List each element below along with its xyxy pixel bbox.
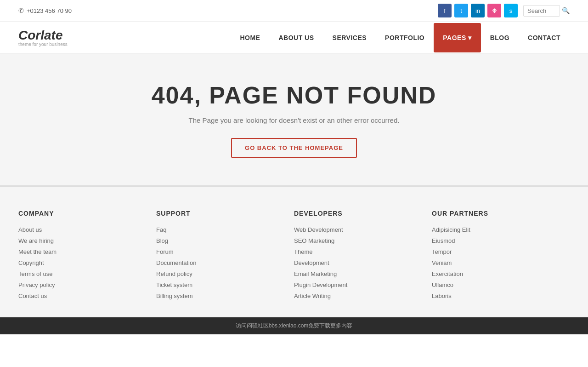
logo-text: Corlate: [18, 28, 68, 43]
footer-link[interactable]: Copyright: [18, 259, 147, 266]
footer-link[interactable]: Email Marketing: [294, 270, 423, 277]
footer-link[interactable]: Theme: [294, 248, 423, 255]
footer-link[interactable]: Documentation: [156, 259, 285, 266]
footer-link[interactable]: Adipisicing Elit: [432, 226, 560, 233]
watermark-text: 访问闷骚社区bbs.xienlao.com免费下载更多内容: [236, 322, 353, 329]
footer-link[interactable]: Terms of use: [18, 270, 147, 277]
logo[interactable]: Corlate theme for your business: [18, 28, 68, 47]
footer-link[interactable]: Tempor: [432, 248, 560, 255]
search-button[interactable]: 🔍: [562, 7, 570, 14]
topbar-right: f t in ❋ s 🔍: [438, 4, 570, 17]
navbar: Corlate theme for your business Home Abo…: [0, 22, 588, 54]
footer-col-partners: OUR PARTNERS Adipisicing Elit Eiusmod Te…: [432, 210, 570, 304]
footer-columns: COMPANY About us We are hiring Meet the …: [18, 210, 570, 304]
nav-links: Home About Us Services Portfolio Pages ▾…: [86, 23, 570, 52]
facebook-icon[interactable]: f: [438, 4, 452, 17]
nav-blog[interactable]: Blog: [481, 23, 519, 52]
nav-about[interactable]: About Us: [269, 23, 323, 52]
footer-link[interactable]: About us: [18, 226, 147, 233]
footer-link[interactable]: Meet the team: [18, 248, 147, 255]
footer-link[interactable]: We are hiring: [18, 237, 147, 244]
nav-contact[interactable]: Contact: [519, 23, 570, 52]
error-title: 404, PAGE NOT FOUND: [152, 81, 437, 109]
error-description: The Page you are looking for doesn't exi…: [189, 116, 400, 124]
footer-link[interactable]: Plugin Development: [294, 281, 423, 288]
footer-link[interactable]: Development: [294, 259, 423, 266]
search-input[interactable]: [523, 5, 560, 17]
nav-pages[interactable]: Pages ▾: [434, 23, 481, 52]
footer-link[interactable]: Contact us: [18, 292, 147, 299]
footer-support-title: SUPPORT: [156, 210, 285, 217]
logo-tagline: theme for your business: [18, 42, 68, 47]
footer-link[interactable]: Ticket system: [156, 281, 285, 288]
footer-col-support: SUPPORT Faq Blog Forum Documentation Ref…: [156, 210, 294, 304]
dribbble-icon[interactable]: ❋: [487, 4, 501, 17]
skype-icon[interactable]: s: [504, 4, 518, 17]
footer-link[interactable]: Web Development: [294, 226, 423, 233]
footer-link[interactable]: Ullamco: [432, 281, 560, 288]
nav-home[interactable]: Home: [231, 23, 269, 52]
footer-link[interactable]: Veniam: [432, 259, 560, 266]
footer-link[interactable]: Refund policy: [156, 270, 285, 277]
footer-link[interactable]: Laboris: [432, 292, 560, 299]
footer-developers-title: DEVELOPERS: [294, 210, 423, 217]
footer-link[interactable]: Privacy policy: [18, 281, 147, 288]
footer-link[interactable]: SEO Marketing: [294, 237, 423, 244]
nav-services[interactable]: Services: [323, 23, 376, 52]
search-box: 🔍: [523, 5, 570, 17]
footer-link[interactable]: Article Writing: [294, 292, 423, 299]
phone-number: +0123 456 70 90: [18, 7, 72, 14]
footer: COMPANY About us We are hiring Meet the …: [0, 185, 588, 317]
footer-link[interactable]: Faq: [156, 226, 285, 233]
footer-partners-title: OUR PARTNERS: [432, 210, 560, 217]
footer-link[interactable]: Billing system: [156, 292, 285, 299]
footer-col-developers: DEVELOPERS Web Development SEO Marketing…: [294, 210, 432, 304]
hero-section: 404, PAGE NOT FOUND The Page you are loo…: [0, 54, 588, 185]
footer-link[interactable]: Forum: [156, 248, 285, 255]
watermark-bar: 访问闷骚社区bbs.xienlao.com免费下载更多内容: [0, 317, 588, 334]
footer-link[interactable]: Exercitation: [432, 270, 560, 277]
twitter-icon[interactable]: t: [454, 4, 468, 17]
linkedin-icon[interactable]: in: [471, 4, 485, 17]
footer-company-title: COMPANY: [18, 210, 147, 217]
nav-portfolio[interactable]: Portfolio: [376, 23, 434, 52]
footer-link[interactable]: Eiusmod: [432, 237, 560, 244]
back-to-homepage-button[interactable]: GO BACK TO THE HOMEPAGE: [231, 138, 357, 158]
topbar: +0123 456 70 90 f t in ❋ s 🔍: [0, 0, 588, 22]
footer-col-company: COMPANY About us We are hiring Meet the …: [18, 210, 156, 304]
footer-link[interactable]: Blog: [156, 237, 285, 244]
